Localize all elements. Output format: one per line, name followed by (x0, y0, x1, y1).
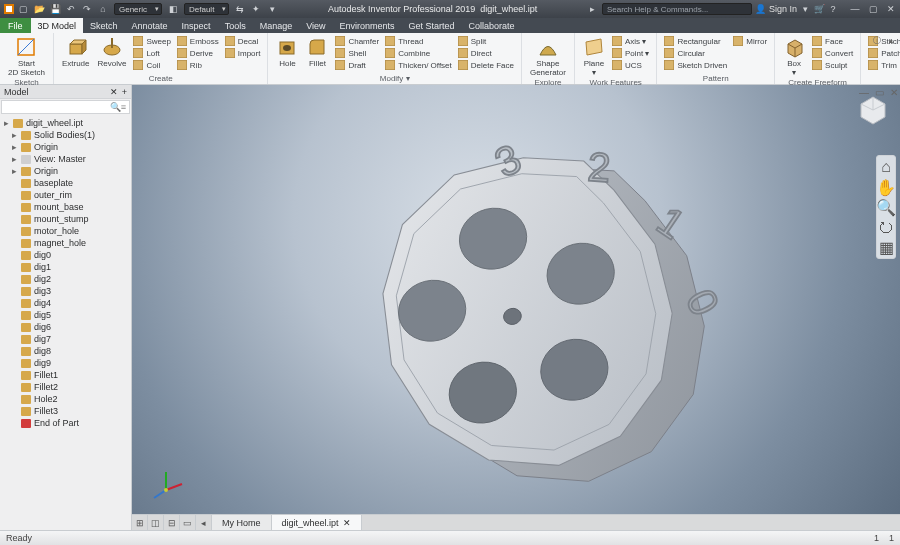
freeform-face-button[interactable]: Face (809, 35, 856, 47)
search-prev-icon[interactable]: ▸ (588, 4, 598, 14)
tree-node-fillet1[interactable]: Fillet1 (0, 369, 131, 381)
browser-close-icon[interactable]: ✕ (110, 87, 118, 97)
tree-node-dig0[interactable]: dig0 (0, 249, 131, 261)
wf-point--button[interactable]: Point ▾ (609, 47, 652, 59)
new-icon[interactable]: ▢ (18, 4, 28, 14)
tree-node-motor-hole[interactable]: motor_hole (0, 225, 131, 237)
modify-direct-button[interactable]: Direct (455, 47, 517, 59)
redo-icon[interactable]: ↷ (82, 4, 92, 14)
tab-document[interactable]: digit_wheel.ipt✕ (272, 515, 362, 530)
3d-viewport[interactable]: — ▭ ✕ (132, 85, 900, 530)
create-derive-button[interactable]: Derive (174, 47, 222, 59)
tree-twisty[interactable]: ▸ (10, 130, 18, 140)
modify-thread-button[interactable]: Thread (382, 35, 455, 47)
wf-axis--button[interactable]: Axis ▾ (609, 35, 652, 47)
close-icon[interactable]: ✕ (886, 4, 896, 14)
open-icon[interactable]: 📂 (34, 4, 44, 14)
tab-my-home[interactable]: My Home (212, 515, 272, 530)
tree-node-dig8[interactable]: dig8 (0, 345, 131, 357)
tree-node-dig3[interactable]: dig3 (0, 285, 131, 297)
pattern-circular-button[interactable]: Circular (661, 47, 730, 59)
fillet-button[interactable]: Fillet (302, 35, 332, 69)
appearance-arrow-icon[interactable]: ⇆ (235, 4, 245, 14)
tree-node-fillet2[interactable]: Fillet2 (0, 381, 131, 393)
doc-tab-prev-icon[interactable]: ◂ (196, 515, 212, 530)
create-import-button[interactable]: Import (222, 47, 264, 59)
doc-tab-split-v-icon[interactable]: ⊟ (164, 515, 180, 530)
start-2d-sketch-button[interactable]: Start 2D Sketch (4, 35, 49, 78)
ribbon-tab-annotate[interactable]: Annotate (125, 18, 175, 33)
create-coil-button[interactable]: Coil (130, 59, 173, 71)
tree-node-dig9[interactable]: dig9 (0, 357, 131, 369)
ribbon-info-icon[interactable]: ⓘ (872, 35, 882, 45)
zoom-icon[interactable]: 🔍 (879, 200, 893, 214)
create-loft-button[interactable]: Loft (130, 47, 173, 59)
surface-patch-button[interactable]: Patch (865, 47, 900, 59)
pattern-mirror-button[interactable]: Mirror (730, 35, 770, 47)
modify-shell-button[interactable]: Shell (332, 47, 382, 59)
tree-node-dig1[interactable]: dig1 (0, 261, 131, 273)
modify-draft-button[interactable]: Draft (332, 59, 382, 71)
revolve-button[interactable]: Revolve (93, 35, 130, 69)
shape-generator-button[interactable]: Shape Generator (526, 35, 570, 78)
tree-twisty[interactable]: ▸ (10, 154, 18, 164)
view-cube[interactable] (858, 95, 888, 125)
tree-node-dig6[interactable]: dig6 (0, 321, 131, 333)
orbit-icon[interactable]: ⭮ (879, 220, 893, 234)
minimize-icon[interactable]: — (850, 4, 860, 14)
browser-tree[interactable]: ▸digit_wheel.ipt ▸Solid Bodies(1)▸Origin… (0, 115, 131, 530)
appearance-swatch-icon[interactable]: ◧ (168, 4, 178, 14)
tree-node-hole2[interactable]: Hole2 (0, 393, 131, 405)
maximize-icon[interactable]: ▢ (868, 4, 878, 14)
modify-chamfer-button[interactable]: Chamfer (332, 35, 382, 47)
tree-node-magnet-hole[interactable]: magnet_hole (0, 237, 131, 249)
tree-root[interactable]: ▸digit_wheel.ipt (0, 117, 131, 129)
tree-node-mount-base[interactable]: mount_base (0, 201, 131, 213)
tree-node-end-of-part[interactable]: End of Part (0, 417, 131, 429)
ribbon-tab-inspect[interactable]: Inspect (175, 18, 218, 33)
file-tab[interactable]: File (0, 18, 31, 33)
appearance-dropdown[interactable]: Default (184, 3, 229, 15)
create-decal-button[interactable]: Decal (222, 35, 264, 47)
pan-icon[interactable]: ✋ (879, 180, 893, 194)
create-emboss-button[interactable]: Emboss (174, 35, 222, 47)
save-icon[interactable]: 💾 (50, 4, 60, 14)
tree-node-dig7[interactable]: dig7 (0, 333, 131, 345)
doc-tab-single-icon[interactable]: ▭ (180, 515, 196, 530)
ribbon-tab-manage[interactable]: Manage (253, 18, 300, 33)
tree-node-view-master[interactable]: ▸View: Master (0, 153, 131, 165)
tree-node-origin[interactable]: ▸Origin (0, 141, 131, 153)
tree-node-baseplate[interactable]: baseplate (0, 177, 131, 189)
pattern-rectangular-button[interactable]: Rectangular (661, 35, 730, 47)
browser-add-tab-icon[interactable]: + (122, 87, 127, 97)
modify-delete-face-button[interactable]: Delete Face (455, 59, 517, 71)
undo-icon[interactable]: ↶ (66, 4, 76, 14)
help-search-input[interactable]: Search Help & Commands... (602, 3, 752, 15)
freeform-convert-button[interactable]: Convert (809, 47, 856, 59)
doc-tab-grid-icon[interactable]: ⊞ (132, 515, 148, 530)
plane-button[interactable]: Plane ▾ (579, 35, 609, 78)
qat-more-icon[interactable]: ▾ (267, 4, 277, 14)
home-view-icon[interactable]: ⌂ (879, 160, 893, 174)
home-icon[interactable]: ⌂ (98, 4, 108, 14)
freeform-sculpt-button[interactable]: Sculpt (809, 59, 856, 71)
tab-close-icon[interactable]: ✕ (343, 518, 351, 528)
surface-trim-button[interactable]: Trim (865, 59, 900, 71)
hole-button[interactable]: Hole (272, 35, 302, 69)
box-button[interactable]: Box ▾ (779, 35, 809, 78)
help-icon[interactable]: ? (828, 4, 838, 14)
doc-tab-split-h-icon[interactable]: ◫ (148, 515, 164, 530)
ribbon-tab-environments[interactable]: Environments (333, 18, 402, 33)
look-at-icon[interactable]: ▦ (879, 240, 893, 254)
tree-node-mount-stump[interactable]: mount_stump (0, 213, 131, 225)
ribbon-collapse-icon[interactable]: ▴ (886, 35, 896, 45)
ribbon-tab-sketch[interactable]: Sketch (83, 18, 125, 33)
sign-in-button[interactable]: 👤Sign In▾ (756, 4, 810, 14)
create-sweep-button[interactable]: Sweep (130, 35, 173, 47)
pattern-sketch-driven-button[interactable]: Sketch Driven (661, 59, 730, 71)
ribbon-tab-collaborate[interactable]: Collaborate (462, 18, 522, 33)
tree-node-dig4[interactable]: dig4 (0, 297, 131, 309)
wf-ucs-button[interactable]: UCS (609, 59, 652, 71)
ribbon-tab-tools[interactable]: Tools (218, 18, 253, 33)
browser-search-input[interactable]: 🔍 ≡ (1, 100, 130, 114)
